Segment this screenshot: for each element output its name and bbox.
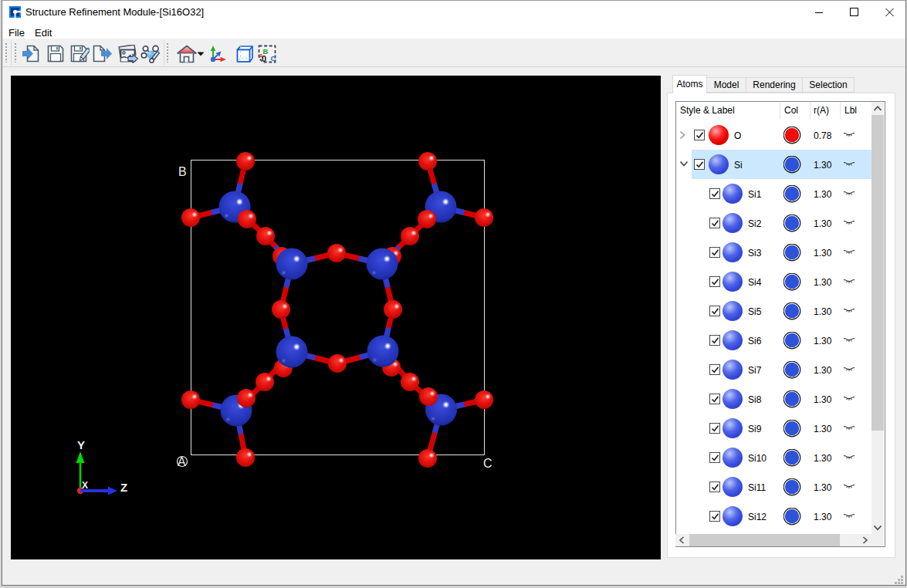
svg-text:C: C xyxy=(483,457,492,470)
svg-text:C: C xyxy=(271,54,276,63)
svg-text:X: X xyxy=(82,480,88,491)
svg-text:B: B xyxy=(178,165,187,178)
svg-text:Y: Y xyxy=(77,438,85,451)
svg-text:Z: Z xyxy=(120,481,127,494)
svg-text:0: 0 xyxy=(262,54,266,63)
